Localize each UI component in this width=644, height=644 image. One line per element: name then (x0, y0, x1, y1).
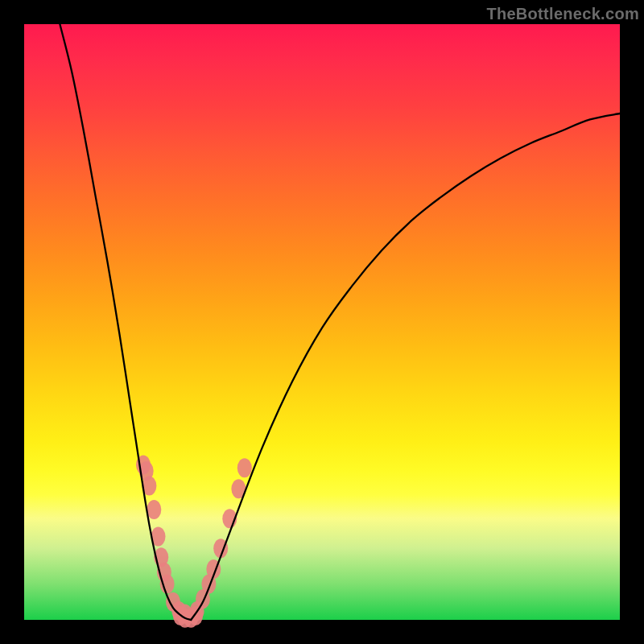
chart-frame: TheBottleneck.com (0, 0, 644, 644)
chart-svg (24, 24, 620, 620)
line-layer (60, 24, 620, 620)
series-right-curve (191, 114, 620, 620)
series-left-curve (60, 24, 191, 620)
marker-dot (237, 458, 252, 477)
attribution-text: TheBottleneck.com (486, 5, 639, 23)
marker-dot (188, 606, 203, 625)
marker-dot (147, 500, 161, 519)
